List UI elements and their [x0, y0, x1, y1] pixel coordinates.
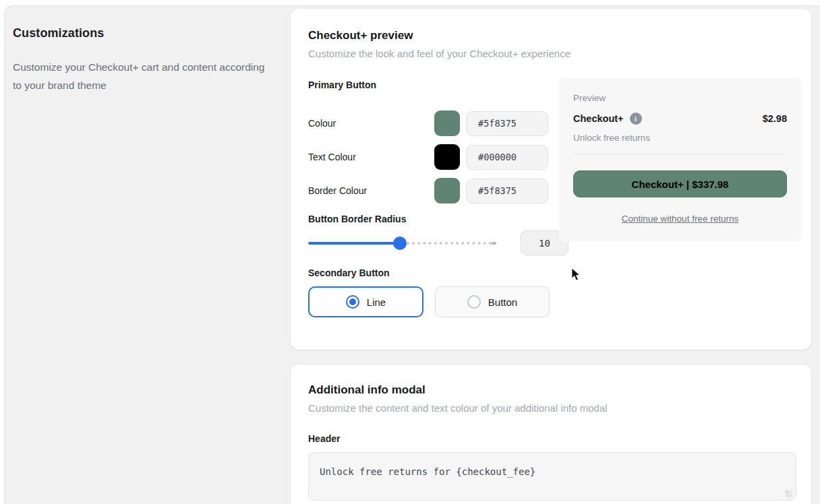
preview-divider	[573, 154, 787, 154]
customizations-sidebar: Customizations Customize your Checkout+ …	[13, 26, 276, 94]
checkout-preview-card: Checkout+ preview Customize the look and…	[291, 9, 811, 350]
colour-label: Colour	[308, 118, 336, 129]
mouse-cursor-icon	[571, 267, 581, 282]
checkout-preview-panel: Preview Checkout+ i $2.98 Unlock free re…	[559, 78, 801, 241]
card-subtitle: Customize the look and feel of your Chec…	[308, 48, 570, 59]
card-title: Checkout+ preview	[308, 29, 570, 42]
border-colour-label: Border Colour	[308, 185, 367, 196]
card-title: Additional info modal	[308, 383, 608, 397]
radio-selected-icon	[346, 295, 359, 309]
border-colour-swatch[interactable]	[434, 178, 460, 203]
header-field-label: Header	[308, 433, 340, 444]
secondary-option-line-label: Line	[367, 296, 386, 308]
border-colour-field-row: Border Colour #5f8375	[308, 178, 551, 203]
border-colour-hex-input[interactable]: #5f8375	[466, 179, 548, 203]
preview-price: $2.98	[763, 113, 787, 124]
colour-field-row: Colour #5f8375	[308, 111, 551, 136]
text-colour-field-row: Text Colour #000000	[308, 144, 551, 170]
preview-description: Unlock free returns	[573, 133, 787, 143]
primary-button-section-label: Primary Button	[308, 80, 376, 90]
preview-product-name: Checkout+	[573, 113, 624, 124]
secondary-option-button-label: Button	[488, 296, 517, 308]
slider-track-remaining[interactable]	[407, 242, 492, 245]
slider-thumb[interactable]	[393, 237, 407, 250]
card-subtitle: Customize the content and text colour of…	[308, 402, 608, 414]
header-textarea-value: Unlock free returns for {checkout_fee}	[320, 466, 535, 477]
radio-unselected-icon	[467, 295, 481, 309]
page-title: Customizations	[13, 26, 276, 40]
border-radius-label: Button Border Radius	[308, 214, 406, 224]
checkout-plus-button[interactable]: Checkout+ | $337.98	[573, 170, 787, 197]
additional-info-card: Additional info modal Customize the cont…	[291, 365, 811, 504]
text-colour-swatch[interactable]	[434, 144, 460, 170]
secondary-button-section-label: Secondary Button	[308, 267, 390, 278]
preview-label: Preview	[573, 93, 787, 103]
secondary-option-button[interactable]: Button	[435, 286, 550, 317]
resize-handle-icon[interactable]	[786, 491, 792, 497]
text-colour-label: Text Colour	[308, 152, 356, 162]
continue-without-returns-link[interactable]: Continue without free returns	[573, 214, 787, 224]
slider-endcap	[492, 242, 496, 245]
page-description: Customize your Checkout+ cart and conten…	[13, 58, 276, 94]
text-colour-hex-input[interactable]: #000000	[466, 145, 548, 170]
slider-track-filled[interactable]	[308, 242, 400, 245]
header-textarea[interactable]: Unlock free returns for {checkout_fee}	[308, 452, 796, 501]
secondary-option-line[interactable]: Line	[308, 286, 423, 317]
settings-page: Customizations Customize your Checkout+ …	[4, 5, 820, 504]
colour-hex-input[interactable]: #5f8375	[466, 111, 548, 136]
border-radius-slider: 10	[308, 231, 551, 255]
colour-swatch[interactable]	[434, 111, 460, 136]
info-icon[interactable]: i	[630, 113, 642, 125]
